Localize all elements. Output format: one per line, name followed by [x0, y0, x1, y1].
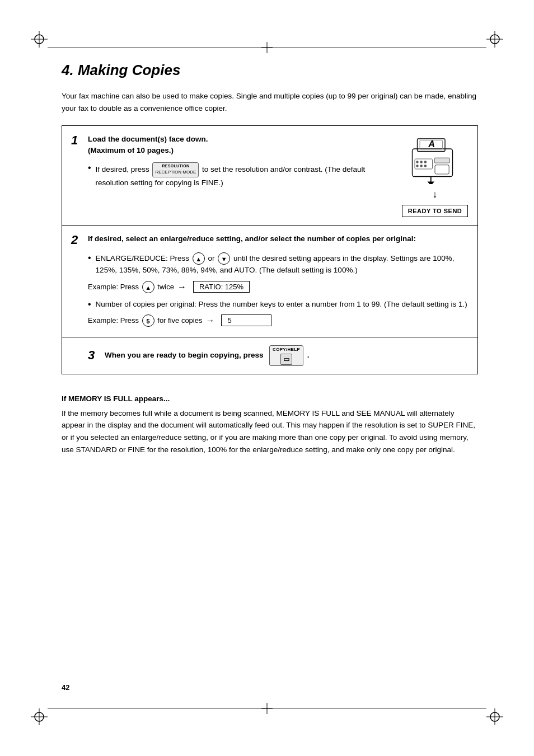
page-title: 4. Making Copies [62, 62, 478, 79]
step-2: 2 If desired, select an enlarge/reduce s… [62, 226, 477, 337]
svg-text:A: A [428, 139, 435, 149]
svg-point-25 [420, 165, 423, 168]
step1-diagram: A [401, 134, 469, 217]
svg-marker-30 [428, 182, 435, 185]
corner-mark-br [486, 708, 503, 725]
svg-rect-27 [434, 158, 449, 163]
ratio-display: RATIO: 125% [193, 281, 250, 293]
copy-help-icon: ▭ [280, 354, 292, 365]
bullet-dot-3: • [88, 300, 91, 309]
step2-body: • ENLARGE/REDUCE: Press ▲ or ▼ until the… [88, 252, 469, 327]
five-key: 5 [142, 314, 154, 327]
example1-line: Example: Press ▲ twice → RATIO: 125% [88, 281, 469, 293]
step2-bullet2-text: Number of copies per original: Press the… [96, 299, 469, 310]
bullet-dot-2: • [88, 253, 91, 262]
memory-section-title: If MEMORY IS FULL appears... [62, 395, 478, 403]
example2-line: Example: Press 5 for five copies → 5 [88, 314, 469, 327]
up-arrow-key: ▲ [193, 252, 205, 265]
step-title-3: When you are ready to begin copying, pre… [105, 345, 310, 366]
bullet-dot: • [88, 163, 91, 172]
down-arrow-key: ▼ [218, 252, 230, 265]
svg-rect-20 [415, 159, 433, 169]
step1-bullet: • If desired, press RESOLUTION RECEPTION… [88, 162, 390, 189]
example1-arrow: → [177, 282, 186, 292]
step2-bullet2: • Number of copies per original: Press t… [88, 299, 469, 310]
up-key-example: ▲ [142, 281, 154, 293]
step-3: 3 When you are ready to begin copying, p… [62, 337, 477, 374]
arrow-down: ↓ [433, 189, 438, 200]
step3-content: 3 When you are ready to begin copying, p… [88, 345, 469, 366]
svg-point-26 [424, 165, 427, 168]
page-number: 42 [62, 683, 69, 692]
step-title-1: Load the document(s) face down.(Maximum … [88, 134, 208, 157]
steps-container: 1 Load the document(s) face down.(Maximu… [62, 125, 478, 374]
copy-help-key: COPY/HELP ▭ [269, 345, 303, 366]
center-mark-bottom [261, 703, 273, 714]
example1-prefix: Example: Press [88, 283, 141, 291]
copy-help-label-top: COPY/HELP [273, 346, 300, 353]
step-number-2: 2 [71, 233, 82, 247]
center-mark-top [261, 42, 273, 53]
ready-to-send-display: READY TO SEND [402, 205, 469, 217]
step-number-3: 3 [88, 349, 99, 362]
copies-display: 5 [221, 314, 271, 326]
main-content: 4. Making Copies Your fax machine can al… [62, 56, 478, 700]
intro-text: Your fax machine can also be used to mak… [62, 90, 478, 114]
corner-mark-bl [31, 708, 48, 725]
example1-twice: twice [156, 283, 174, 291]
memory-section: If MEMORY IS FULL appears... If the memo… [62, 384, 478, 456]
svg-rect-28 [435, 165, 449, 174]
corner-mark-tr [486, 31, 503, 48]
step-number-1: 1 [71, 134, 82, 147]
step1-bullet-text: If desired, press RESOLUTION RECEPTION M… [96, 162, 390, 189]
step2-bullet1: • ENLARGE/REDUCE: Press ▲ or ▼ until the… [88, 252, 469, 276]
svg-point-22 [420, 161, 423, 163]
resolution-key: RESOLUTION RECEPTION MODE [152, 162, 199, 178]
example2-prefix: Example: Press [88, 316, 141, 325]
memory-section-text: If the memory becomes full while a docum… [62, 407, 478, 456]
step-1: 1 Load the document(s) face down.(Maximu… [62, 126, 477, 226]
example2-arrow: → [205, 316, 214, 326]
svg-point-24 [416, 165, 419, 168]
step-title-2: If desired, select an enlarge/reduce set… [88, 233, 416, 245]
svg-point-23 [424, 161, 427, 163]
svg-point-21 [416, 161, 419, 163]
corner-mark-tl [31, 31, 48, 48]
example2-suffix: for five copies [156, 316, 203, 325]
step2-bullet1-text: ENLARGE/REDUCE: Press ▲ or ▼ until the d… [96, 252, 469, 276]
fax-machine-illustration: A [401, 134, 469, 184]
